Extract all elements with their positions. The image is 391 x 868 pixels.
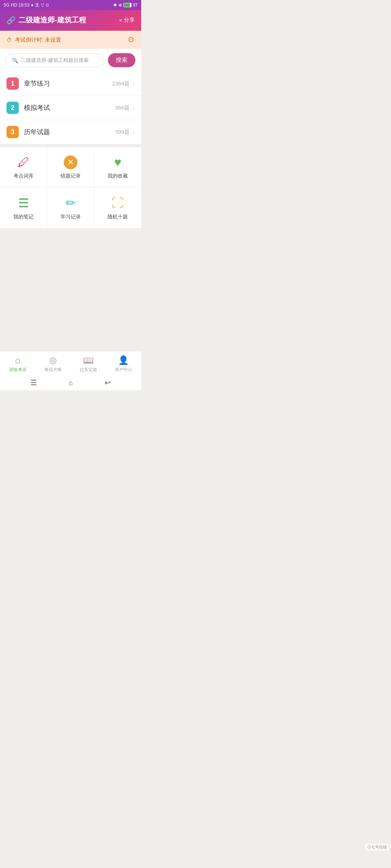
- menu-item-chapter[interactable]: 1 章节练习 2364题 ›: [0, 72, 141, 96]
- user-nav-icon: 👤: [118, 355, 129, 365]
- menu-badge-1: 1: [7, 77, 19, 90]
- menu-item-mock[interactable]: 2 模拟考试 366题 ›: [0, 96, 141, 120]
- home-nav-icon: ⌂: [15, 355, 21, 365]
- alipay-icon: 支: [35, 2, 39, 8]
- search-placeholder: 二级建造师-建筑工程题目搜索: [21, 57, 89, 64]
- cuoti-label: 错题记录: [60, 173, 81, 179]
- nav-label-outline: 考试大纲: [44, 367, 62, 373]
- share-icon: <: [119, 17, 122, 23]
- menu-badge-3: 3: [7, 126, 19, 138]
- menu-count-history: 599题: [115, 129, 130, 136]
- kaodian-label: 考点词库: [13, 173, 34, 179]
- back-button[interactable]: ↩: [105, 378, 111, 387]
- home-button[interactable]: ⌂: [68, 379, 73, 387]
- chevron-right-icon-3: ›: [133, 128, 135, 136]
- nav-item-user[interactable]: 👤 用户中心: [106, 355, 142, 373]
- share-button[interactable]: < 分享: [119, 17, 135, 24]
- grid-cell-suiji[interactable]: ⛶ 随机十题: [94, 188, 141, 228]
- search-icon: 🔍: [12, 58, 18, 63]
- header: 🔗 二级建造师-建筑工程 < 分享: [0, 10, 141, 31]
- page-title: 二级建造师-建筑工程: [18, 15, 86, 25]
- header-title: 🔗 二级建造师-建筑工程: [7, 15, 86, 25]
- grid-cell-shoucang[interactable]: ♥ 我的收藏: [94, 147, 141, 187]
- settings-icon[interactable]: ⚙: [127, 35, 135, 44]
- share-label: 分享: [124, 17, 135, 24]
- clock-icon: ⊕: [118, 3, 122, 8]
- xuexi-label: 学习记录: [60, 214, 81, 220]
- bluetooth-icon: ✱: [113, 3, 117, 8]
- wrong-icon: ✕: [64, 156, 77, 169]
- suiji-label: 随机十题: [108, 214, 128, 220]
- heart-icon: ♥: [114, 155, 121, 169]
- nav-label-user: 用户中心: [115, 367, 132, 373]
- countdown-left: ⏱ 考试倒计时: 未设置: [7, 37, 61, 43]
- countdown-clock-icon: ⏱: [7, 37, 12, 43]
- menu-list: 1 章节练习 2364题 › 2 模拟考试 366题 › 3 历年试题 599题…: [0, 72, 141, 144]
- grid-row-2: ☰ 我的笔记 ✏ 学习记录 ⛶ 随机十题: [0, 188, 141, 228]
- status-bar: 5G HD 18:53 ● 支 ▽ ⊙ ✱ ⊕ 97: [0, 0, 141, 10]
- battery-icon: [123, 3, 131, 7]
- grid-cell-cuoti[interactable]: ✕ 错题记录: [47, 147, 94, 187]
- grid-cell-kaodian[interactable]: 🖊 考点词库: [0, 147, 47, 187]
- menu-label-history: 历年试题: [24, 128, 115, 136]
- time-display: 18:53: [18, 3, 29, 8]
- biji-label: 我的笔记: [13, 214, 34, 220]
- grid-section: 🖊 考点词库 ✕ 错题记录 ♥ 我的收藏 ☰ 我的笔记 ✏ 学习记录 ⛶ 随机十…: [0, 147, 141, 228]
- system-nav: ☰ ⌂ ↩: [0, 375, 141, 390]
- message-icon: ●: [31, 3, 33, 8]
- vpn-icon: ▽: [41, 3, 44, 8]
- nav-label-train: 训练考试: [9, 367, 26, 373]
- menu-count-mock: 366题: [115, 105, 130, 111]
- menu-count-chapter: 2364题: [112, 80, 130, 87]
- menu-item-history[interactable]: 3 历年试题 599题 ›: [0, 120, 141, 144]
- signal-icon: 5G: [4, 3, 9, 8]
- grid-row-1: 🖊 考点词库 ✕ 错题记录 ♥ 我的收藏: [0, 147, 141, 188]
- search-box[interactable]: 🔍 二级建造师-建筑工程题目搜索: [6, 54, 104, 67]
- notes-icon: ☰: [18, 196, 29, 210]
- nav-label-box: 过关宝箱: [80, 367, 97, 373]
- nav-item-outline[interactable]: ◎ 考试大纲: [35, 355, 71, 373]
- battery-fill: [124, 3, 130, 7]
- menu-label-mock: 模拟考试: [24, 103, 115, 112]
- hd-badge: HD: [11, 3, 17, 8]
- chevron-right-icon-2: ›: [133, 104, 135, 112]
- menu-badge-2: 2: [7, 102, 19, 114]
- search-button[interactable]: 搜索: [108, 53, 135, 67]
- menu-label-chapter: 章节练习: [24, 79, 112, 88]
- grid-cell-xuexi[interactable]: ✏ 学习记录: [47, 188, 94, 228]
- shoucang-label: 我的收藏: [108, 173, 128, 179]
- target-nav-icon: ◎: [49, 355, 57, 365]
- compass-icon: ⊙: [46, 3, 49, 8]
- pencil-tag-icon: 🖊: [17, 155, 30, 169]
- battery-percent: 97: [133, 3, 138, 8]
- search-area: 🔍 二级建造师-建筑工程题目搜索 搜索: [0, 49, 141, 72]
- countdown-label: 考试倒计时: 未设置: [15, 37, 61, 43]
- status-left: 5G HD 18:53 ● 支 ▽ ⊙: [4, 2, 49, 8]
- bottom-nav: ⌂ 训练考试 ◎ 考试大纲 📖 过关宝箱 👤 用户中心: [0, 351, 141, 375]
- nav-item-box[interactable]: 📖 过关宝箱: [71, 355, 106, 373]
- binoculars-icon: ⛶: [112, 196, 124, 210]
- countdown-bar: ⏱ 考试倒计时: 未设置 ⚙: [0, 31, 141, 49]
- app-icon: 🔗: [7, 16, 16, 25]
- content-area: [0, 228, 141, 351]
- chevron-right-icon-1: ›: [133, 80, 135, 88]
- study-icon: ✏: [66, 196, 76, 210]
- book-nav-icon: 📖: [83, 355, 94, 365]
- menu-button[interactable]: ☰: [30, 378, 37, 387]
- grid-cell-biji[interactable]: ☰ 我的笔记: [0, 188, 47, 228]
- status-right: ✱ ⊕ 97: [113, 3, 138, 8]
- nav-item-train[interactable]: ⌂ 训练考试: [0, 355, 35, 373]
